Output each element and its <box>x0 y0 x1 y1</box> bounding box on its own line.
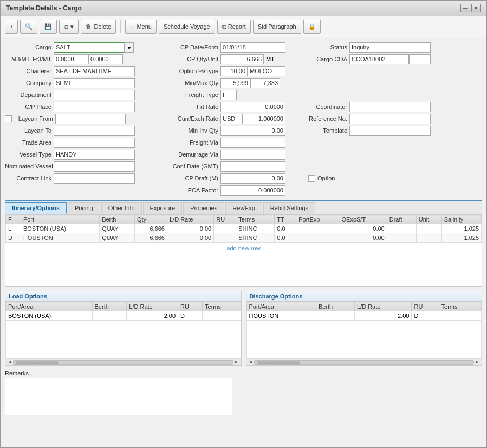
cp-place-input[interactable] <box>54 102 135 112</box>
remarks-label: Remarks <box>5 370 482 376</box>
spacer-3 <box>306 89 447 100</box>
itinerary-body: L BOSTON (USA) QUAY 6,666 0.00 SHINC 0.0… <box>6 224 482 243</box>
nominated-vessel-input[interactable] <box>54 161 135 172</box>
cargo-coa-input[interactable] <box>349 54 409 64</box>
lock-button[interactable]: 🔒 <box>303 20 321 34</box>
min-inv-qty-label: Min Inv Qty <box>161 127 220 134</box>
cell-qty-1: 6,666 <box>134 224 167 233</box>
spacer-4 <box>306 137 447 148</box>
option-checkbox[interactable] <box>308 175 315 182</box>
load-terms-1 <box>203 311 241 321</box>
form-col-3: Status Cargo COA Coordinator Reference N… <box>306 42 447 196</box>
conf-date-input[interactable] <box>220 161 285 172</box>
load-options-body: BOSTON (USA) 2.00 D <box>6 311 241 359</box>
col-salinity: Salinity <box>441 215 481 224</box>
tab-itinerary[interactable]: Itinerary/Options <box>5 202 67 214</box>
close-button[interactable]: ✕ <box>471 4 481 12</box>
remarks-textarea[interactable] <box>5 378 232 415</box>
add-button[interactable]: + <box>5 20 18 34</box>
freight-type-input[interactable] <box>220 90 237 100</box>
discharge-col-terms: Terms <box>439 302 481 311</box>
cp-qty-label: CP Qty/Unit <box>161 56 220 62</box>
save-button[interactable]: 💾 <box>40 20 57 34</box>
spacer-6 <box>306 161 447 172</box>
laycan-from-row: Laycan From <box>5 113 157 124</box>
delete-button[interactable]: 🗑 Delete <box>81 20 116 34</box>
ref-no-input[interactable] <box>349 114 431 124</box>
tabs-bar: Itinerary/Options Pricing Other Info Exp… <box>5 201 482 215</box>
std-paragraph-button[interactable]: Std Paragraph <box>253 20 301 34</box>
template-row: Template <box>306 125 447 136</box>
option-pct-input[interactable] <box>220 66 248 76</box>
lock-icon: 🔒 <box>308 23 316 30</box>
load-col-berth: Berth <box>92 302 127 311</box>
vessel-type-row: Vessel Type <box>5 149 157 160</box>
report-button[interactable]: ⧉ Report <box>217 20 251 34</box>
minimize-button[interactable]: — <box>460 4 470 12</box>
tab-exposure[interactable]: Exposure <box>143 202 182 214</box>
schedule-voyage-button[interactable]: Schedule Voyage <box>159 20 215 34</box>
search-button[interactable]: 🔍 <box>20 20 37 34</box>
min-inv-qty-input[interactable] <box>220 126 285 136</box>
discharge-options-header: Port/Area Berth L/D Rate RU Terms <box>246 302 482 311</box>
charterer-input[interactable] <box>54 66 135 76</box>
trade-area-input[interactable] <box>54 138 135 148</box>
tab-properties[interactable]: Properties <box>183 202 224 214</box>
laycan-from-input[interactable] <box>55 114 126 124</box>
tab-rebill[interactable]: Rebill Settings <box>263 202 315 214</box>
cell-unit-2 <box>416 233 441 243</box>
tab-content-itinerary: F Port Berth Qty L/D Rate RU Terms TT Po… <box>5 215 482 287</box>
separator-1 <box>120 20 121 33</box>
discharge-options-table: Port/Area Berth L/D Rate RU Terms HOUSTO… <box>246 302 482 359</box>
discharge-scrollbar-track[interactable] <box>254 360 475 365</box>
vessel-type-input[interactable] <box>54 150 135 160</box>
cell-salinity-1: 1.025 <box>441 224 481 233</box>
min-qty-input[interactable] <box>220 78 250 88</box>
currency-input[interactable] <box>220 114 242 124</box>
copy-button[interactable]: ⧉ ▾ <box>59 20 79 34</box>
freight-via-input[interactable] <box>220 138 285 148</box>
m3mt-input-2[interactable] <box>88 54 123 64</box>
tab-rev-exp[interactable]: Rev/Exp <box>225 202 262 214</box>
cargo-coa-extra[interactable] <box>409 54 431 64</box>
cp-date-input[interactable] <box>220 42 285 53</box>
cargo-input[interactable] <box>54 42 124 53</box>
demurrage-via-input[interactable] <box>220 150 285 160</box>
max-qty-input[interactable] <box>250 78 280 88</box>
department-label: Department <box>5 92 54 98</box>
discharge-empty-row <box>246 321 482 359</box>
discharge-scrollbar[interactable]: ◄ ► <box>246 359 482 365</box>
department-input[interactable] <box>54 90 135 100</box>
exch-rate-input[interactable] <box>242 114 285 124</box>
cp-qty-input[interactable] <box>220 54 264 64</box>
frt-rate-input[interactable] <box>220 102 285 112</box>
status-input[interactable] <box>349 42 431 53</box>
tab-pricing[interactable]: Pricing <box>68 202 100 214</box>
load-scroll-left[interactable]: ◄ <box>7 359 13 366</box>
template-input[interactable] <box>349 126 431 136</box>
discharge-scroll-right[interactable]: ► <box>474 359 480 366</box>
menu-button[interactable]: ··· Menu <box>125 20 157 34</box>
option-type-input[interactable] <box>248 66 285 76</box>
add-row-button[interactable]: add new row <box>5 243 482 254</box>
eca-factor-input[interactable] <box>220 185 285 196</box>
discharge-scroll-left[interactable]: ◄ <box>248 359 254 366</box>
cargo-dropdown-icon[interactable]: ▾ <box>124 42 134 53</box>
m3mt-input-1[interactable] <box>54 54 88 64</box>
content-area: Cargo ▾ M3/MT, Ft3/MT Charterer Company <box>1 37 486 421</box>
contract-link-input[interactable] <box>54 173 135 184</box>
laycan-checkbox[interactable] <box>5 115 12 122</box>
col-port: Port <box>21 215 99 224</box>
load-scrollbar-track[interactable] <box>13 360 233 365</box>
company-input[interactable] <box>54 78 135 88</box>
laycan-to-input[interactable] <box>54 126 135 136</box>
cell-berth-2: QUAY <box>100 233 135 243</box>
col-qty: Qty <box>134 215 167 224</box>
curr-exch-label: Curr/Exch Rate <box>161 115 220 122</box>
cp-draft-input[interactable] <box>220 173 285 184</box>
load-scroll-right[interactable]: ► <box>233 359 240 366</box>
delete-icon: 🗑 <box>86 23 92 30</box>
load-scrollbar[interactable]: ◄ ► <box>5 359 241 365</box>
tab-other-info[interactable]: Other Info <box>101 202 142 214</box>
coordinator-input[interactable] <box>349 102 431 112</box>
